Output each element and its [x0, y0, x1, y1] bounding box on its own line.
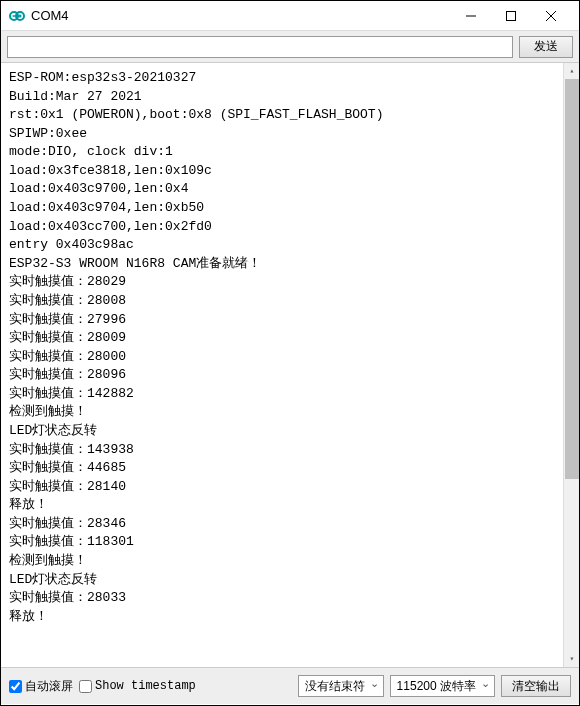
console-line: ESP-ROM:esp32s3-20210327	[9, 69, 571, 88]
window-controls	[451, 2, 571, 30]
toolbar: 发送	[1, 31, 579, 63]
console-line: 实时触摸值：28096	[9, 366, 571, 385]
autoscroll-checkbox-wrap[interactable]: 自动滚屏	[9, 678, 73, 695]
scrollbar-thumb[interactable]	[565, 79, 579, 479]
console-line: 实时触摸值：28033	[9, 589, 571, 608]
console-line: 实时触摸值：28346	[9, 515, 571, 534]
window-title: COM4	[31, 8, 451, 23]
autoscroll-checkbox[interactable]	[9, 680, 22, 693]
baud-rate-selected: 115200 波特率	[397, 678, 476, 695]
line-ending-select[interactable]: 没有结束符	[298, 675, 384, 697]
arduino-icon	[9, 8, 25, 24]
minimize-button[interactable]	[451, 2, 491, 30]
console-line: entry 0x403c98ac	[9, 236, 571, 255]
serial-input[interactable]	[7, 36, 513, 58]
console-line: 实时触摸值：143938	[9, 441, 571, 460]
titlebar: COM4	[1, 1, 579, 31]
console-line: mode:DIO, clock div:1	[9, 143, 571, 162]
console-line: 释放！	[9, 496, 571, 515]
timestamp-checkbox-wrap[interactable]: Show timestamp	[79, 679, 196, 693]
console-line: load:0x3fce3818,len:0x109c	[9, 162, 571, 181]
console-line: 实时触摸值：28000	[9, 348, 571, 367]
console-line: 实时触摸值：28008	[9, 292, 571, 311]
close-button[interactable]	[531, 2, 571, 30]
console-line: load:0x403cc700,len:0x2fd0	[9, 218, 571, 237]
scrollbar[interactable]: ▴ ▾	[563, 63, 579, 667]
console-line: 实时触摸值：142882	[9, 385, 571, 404]
scroll-up-icon[interactable]: ▴	[564, 63, 579, 79]
console-line: 实时触摸值：44685	[9, 459, 571, 478]
timestamp-label: Show timestamp	[95, 679, 196, 693]
serial-console: ESP-ROM:esp32s3-20210327Build:Mar 27 202…	[1, 63, 579, 668]
console-line: load:0x403c9700,len:0x4	[9, 180, 571, 199]
console-line: load:0x403c9704,len:0xb50	[9, 199, 571, 218]
console-line: 实时触摸值：28140	[9, 478, 571, 497]
console-line: 实时触摸值：28009	[9, 329, 571, 348]
maximize-button[interactable]	[491, 2, 531, 30]
console-line: 实时触摸值：118301	[9, 533, 571, 552]
clear-output-button[interactable]: 清空输出	[501, 675, 571, 697]
bottombar: 自动滚屏 Show timestamp 没有结束符 115200 波特率 清空输…	[1, 668, 579, 704]
svg-rect-6	[507, 11, 516, 20]
console-line: rst:0x1 (POWERON),boot:0x8 (SPI_FAST_FLA…	[9, 106, 571, 125]
baud-rate-select[interactable]: 115200 波特率	[390, 675, 495, 697]
console-line: LED灯状态反转	[9, 422, 571, 441]
console-line: SPIWP:0xee	[9, 125, 571, 144]
send-button[interactable]: 发送	[519, 36, 573, 58]
console-line: 实时触摸值：28029	[9, 273, 571, 292]
console-line: 实时触摸值：27996	[9, 311, 571, 330]
line-ending-selected: 没有结束符	[305, 678, 365, 695]
console-line: LED灯状态反转	[9, 571, 571, 590]
console-line: Build:Mar 27 2021	[9, 88, 571, 107]
console-line: 释放！	[9, 608, 571, 627]
scroll-down-icon[interactable]: ▾	[564, 651, 579, 667]
timestamp-checkbox[interactable]	[79, 680, 92, 693]
console-line: ESP32-S3 WROOM N16R8 CAM准备就绪！	[9, 255, 571, 274]
console-line: 检测到触摸！	[9, 552, 571, 571]
console-line: 检测到触摸！	[9, 403, 571, 422]
autoscroll-label: 自动滚屏	[25, 678, 73, 695]
